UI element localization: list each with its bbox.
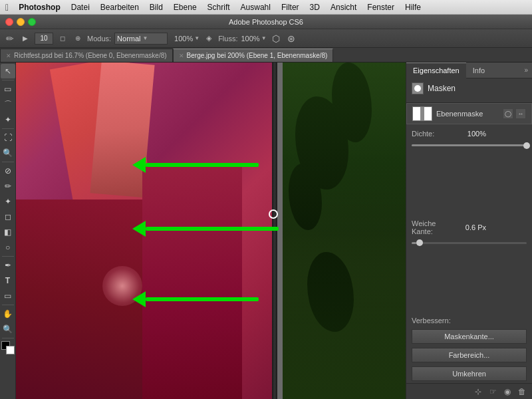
menu-schrift[interactable]: Schrift xyxy=(203,1,235,13)
panel-eye-icon[interactable]: ◉ xyxy=(501,386,513,398)
toolbar-separator-5 xyxy=(2,305,14,305)
tool-stamp[interactable]: ✦ xyxy=(1,194,15,209)
masken-section: Masken xyxy=(406,78,532,103)
right-panel: Eigenschaften Info » Masken Ebenenmaske … xyxy=(406,63,532,399)
pressure-icon[interactable]: ◈ xyxy=(203,33,215,45)
menu-fenster[interactable]: Fenster xyxy=(362,1,399,13)
menu-datei[interactable]: Datei xyxy=(66,1,94,13)
toolbar-separator-1 xyxy=(2,80,14,80)
fluss-value: 100% xyxy=(241,35,259,43)
green-arrow-1 xyxy=(132,157,259,173)
brush-preset-icon[interactable]: ◻ xyxy=(57,33,68,45)
maximize-button[interactable] xyxy=(28,18,36,26)
tool-move[interactable]: ↖ xyxy=(1,64,15,78)
weiche-kante-slider-fill xyxy=(412,242,416,244)
verbessern-label: Verbessern: xyxy=(412,317,458,325)
layer-mask-btn-1[interactable]: ◯ xyxy=(503,108,513,119)
arrow-line-3 xyxy=(146,297,259,301)
tool-marquee[interactable]: ▭ xyxy=(1,82,15,96)
modus-dropdown[interactable]: Normal ▼ xyxy=(114,33,168,45)
tool-eraser[interactable]: ◻ xyxy=(1,209,15,224)
menu-bearbeiten[interactable]: Bearbeiten xyxy=(96,1,144,13)
left-toolbar: ↖ ▭ ⌒ ✦ ⛶ 🔍 ⊘ ✏ ✦ ◻ ◧ ○ ✒ T ▭ ✋ xyxy=(0,63,16,399)
weiche-kante-slider-thumb[interactable] xyxy=(416,239,423,246)
menu-auswahl[interactable]: Auswahl xyxy=(236,1,275,13)
deckr-value-container: 100% ▼ xyxy=(174,35,200,43)
doc-tab-0[interactable]: ✕ Richtfest.psd bei 16.7% (Ebene 0, Eben… xyxy=(0,49,173,62)
dichte-slider-track xyxy=(412,144,527,146)
airbrush-toggle-icon[interactable]: ⬡ xyxy=(270,33,282,45)
airbrush-icon[interactable]: ⊕ xyxy=(72,33,84,45)
maskenkante-button[interactable]: Maskenkante... xyxy=(412,329,527,344)
layer-mask-thumbnail xyxy=(412,106,432,121)
dichte-row: Dichte: 100% xyxy=(406,127,532,140)
dichte-slider-fill xyxy=(412,144,527,146)
tool-brush[interactable]: ✏ xyxy=(1,179,15,194)
doc-tab-1[interactable]: ✕ Berge.jpg bei 200% (Ebene 1, Ebenenmas… xyxy=(173,49,334,62)
minimize-button[interactable] xyxy=(17,18,25,26)
weiche-kante-slider-track xyxy=(412,242,527,244)
menu-photoshop[interactable]: Photoshop xyxy=(14,1,65,13)
weiche-kante-row: Weiche Kante: 0.6 Px xyxy=(406,217,532,238)
layer-mask-btn-2[interactable]: ↔ xyxy=(515,108,526,119)
smooth-icon[interactable]: ⊛ xyxy=(285,33,297,45)
green-arrow-3 xyxy=(132,291,259,307)
canvas-area[interactable] xyxy=(16,63,406,399)
tool-crop[interactable]: ⛶ xyxy=(1,130,15,145)
menu-bar:  Photoshop Datei Bearbeiten Bild Ebene … xyxy=(0,0,532,15)
title-bar: Adobe Photoshop CS6 xyxy=(0,15,532,29)
panel-tab-info[interactable]: Info xyxy=(466,63,491,78)
arrow-head-2 xyxy=(132,221,146,237)
masken-title: Masken xyxy=(412,82,527,94)
masken-label: Masken xyxy=(428,84,456,93)
toolbar-separator-3 xyxy=(2,162,14,162)
tool-zoom[interactable]: 🔍 xyxy=(1,322,15,336)
brush-icon[interactable]: ✏ xyxy=(4,33,16,45)
menu-hilfe[interactable]: Hilfe xyxy=(400,1,426,13)
doc-tab-1-close[interactable]: ✕ xyxy=(179,53,184,59)
menu-3d[interactable]: 3D xyxy=(305,1,325,13)
color-chips[interactable] xyxy=(1,341,15,354)
background-color[interactable] xyxy=(6,346,15,354)
tool-eyedropper[interactable]: 🔍 xyxy=(1,146,15,160)
toolbar-separator-2 xyxy=(2,128,14,129)
tool-gradient[interactable]: ◧ xyxy=(1,225,15,239)
panel-hand-icon[interactable]: ☞ xyxy=(487,386,499,398)
doc-tab-0-close[interactable]: ✕ xyxy=(6,53,11,59)
toolbar-separator-4 xyxy=(2,256,14,257)
panel-grid-icon[interactable]: ⊹ xyxy=(472,386,484,398)
dichte-slider-thumb[interactable] xyxy=(523,142,530,149)
toolbar-separator-6 xyxy=(2,338,14,338)
umkehren-button[interactable]: Umkehren xyxy=(412,366,527,381)
brush-size-input[interactable]: 10 xyxy=(35,33,53,45)
tool-wand[interactable]: ✦ xyxy=(1,112,15,127)
menu-filter[interactable]: Filter xyxy=(277,1,304,13)
panel-expand-icon[interactable]: » xyxy=(524,66,528,74)
brush-options-icon[interactable]: ▶ xyxy=(19,33,31,45)
deckr-arrow: ▼ xyxy=(194,35,200,41)
modus-label: Modus: xyxy=(87,35,111,43)
tool-type[interactable]: T xyxy=(1,273,15,288)
tool-lasso[interactable]: ⌒ xyxy=(1,97,15,112)
arrow-line-2 xyxy=(146,227,279,231)
ebenenmaske-row[interactable]: Ebenenmaske ◯ ↔ xyxy=(406,103,532,124)
dichte-slider-container[interactable] xyxy=(406,140,532,217)
arrow-head-1 xyxy=(132,157,146,173)
app-title: Adobe Photoshop CS6 xyxy=(229,18,303,26)
menu-ebene[interactable]: Ebene xyxy=(169,1,201,13)
panel-trash-icon[interactable]: 🗑 xyxy=(516,386,528,398)
doc-tab-1-label: Berge.jpg bei 200% (Ebene 1, Ebenenmaske… xyxy=(187,52,328,59)
brush-cursor xyxy=(269,209,278,219)
weiche-kante-slider-container[interactable] xyxy=(406,238,532,315)
tool-hand[interactable]: ✋ xyxy=(1,307,15,321)
layer-mask-actions: ◯ ↔ xyxy=(503,108,526,119)
tool-dodge[interactable]: ○ xyxy=(1,240,15,255)
close-button[interactable] xyxy=(5,18,13,26)
tool-shape[interactable]: ▭ xyxy=(1,289,15,303)
tool-pen[interactable]: ✒ xyxy=(1,258,15,273)
menu-ansicht[interactable]: Ansicht xyxy=(326,1,361,13)
farbereich-button[interactable]: Farbereich... xyxy=(412,348,527,362)
menu-bild[interactable]: Bild xyxy=(145,1,168,13)
panel-tab-eigenschaften[interactable]: Eigenschaften xyxy=(406,63,466,78)
tool-patch[interactable]: ⊘ xyxy=(1,164,15,178)
